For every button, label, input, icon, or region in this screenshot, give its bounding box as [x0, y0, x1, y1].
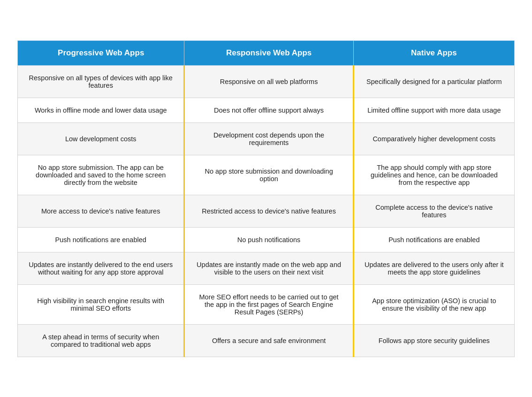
cell-row8-col1: High visibility in search engine results…	[18, 284, 184, 324]
cell-row4-col3: The app should comply with app store gui…	[353, 155, 514, 195]
cell-row1-col2: Responsive on all web platforms	[184, 65, 353, 98]
cell-row6-col3: Push notifications are enabled	[353, 227, 514, 252]
comparison-table: Progressive Web Apps Responsive Web Apps…	[17, 40, 515, 357]
cell-row6-col2: No push notifications	[184, 227, 353, 252]
cell-row3-col1: Low development costs	[18, 122, 184, 155]
cell-row4-col1: No app store submission. The app can be …	[18, 155, 184, 195]
cell-row7-col2: Updates are instantly made on the web ap…	[184, 252, 353, 284]
header-col3: Native Apps	[353, 40, 514, 65]
cell-row2-col2: Does not offer offline support always	[184, 98, 353, 122]
comparison-table-wrapper: SCALONE Progressive Web Apps Responsive …	[17, 40, 515, 357]
cell-row5-col3: Complete access to the device's native f…	[353, 195, 514, 227]
cell-row7-col1: Updates are instantly delivered to the e…	[18, 252, 184, 284]
cell-row1-col1: Responsive on all types of devices with …	[18, 65, 184, 98]
cell-row2-col3: Limited offline support with more data u…	[353, 98, 514, 122]
table-row: A step ahead in terms of security when c…	[18, 324, 515, 357]
cell-row1-col3: Specifically designed for a particular p…	[353, 65, 514, 98]
cell-row4-col2: No app store submission and downloading …	[184, 155, 353, 195]
cell-row3-col3: Comparatively higher development costs	[353, 122, 514, 155]
cell-row7-col3: Updates are delivered to the users only …	[353, 252, 514, 284]
table-row: More access to device's native featuresR…	[18, 195, 515, 227]
table-row: Push notifications are enabledNo push no…	[18, 227, 515, 252]
cell-row6-col1: Push notifications are enabled	[18, 227, 184, 252]
table-row: Updates are instantly delivered to the e…	[18, 252, 515, 284]
cell-row9-col3: Follows app store security guidelines	[353, 324, 514, 357]
cell-row9-col1: A step ahead in terms of security when c…	[18, 324, 184, 357]
header-col1: Progressive Web Apps	[18, 40, 184, 65]
table-row: No app store submission. The app can be …	[18, 155, 515, 195]
cell-row5-col2: Restricted access to device's native fea…	[184, 195, 353, 227]
table-row: Responsive on all types of devices with …	[18, 65, 515, 98]
table-row: Works in offline mode and lower data usa…	[18, 98, 515, 122]
cell-row9-col2: Offers a secure and safe environment	[184, 324, 353, 357]
cell-row8-col3: App store optimization (ASO) is crucial …	[353, 284, 514, 324]
table-row: Low development costsDevelopment cost de…	[18, 122, 515, 155]
cell-row5-col1: More access to device's native features	[18, 195, 184, 227]
cell-row2-col1: Works in offline mode and lower data usa…	[18, 98, 184, 122]
table-row: High visibility in search engine results…	[18, 284, 515, 324]
cell-row3-col2: Development cost depends upon the requir…	[184, 122, 353, 155]
header-col2: Responsive Web Apps	[184, 40, 353, 65]
cell-row8-col2: More SEO effort needs to be carried out …	[184, 284, 353, 324]
table-header-row: Progressive Web Apps Responsive Web Apps…	[18, 40, 515, 65]
